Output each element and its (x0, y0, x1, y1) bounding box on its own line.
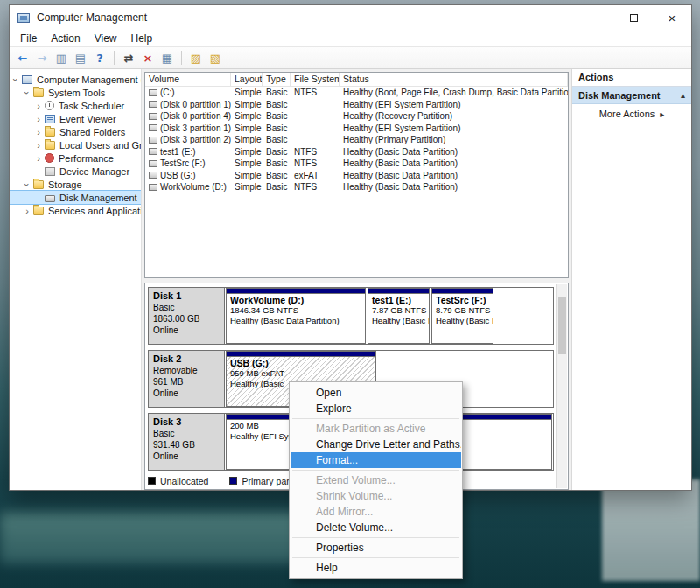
volume-row-disk-3-partition-2[interactable]: (Disk 3 partition 2)SimpleBasicHealthy (… (145, 134, 568, 146)
expander-icon[interactable]: › (34, 102, 43, 110)
expander-icon[interactable]: › (23, 180, 32, 189)
volume-cell: Healthy (Basic Data Partition) (340, 158, 568, 170)
minimize-button[interactable] (576, 5, 614, 30)
volume-row-test1-e[interactable]: test1 (E:)SimpleBasicNTFSHealthy (Basic … (145, 146, 568, 158)
volume-icon (149, 101, 158, 108)
refresh-icon[interactable]: ⇄ (120, 49, 137, 66)
disk-label-disk-2[interactable]: Disk 2Removable961 MBOnline (149, 351, 225, 407)
properties-icon[interactable]: ▦ (158, 49, 176, 66)
menu-item-help[interactable]: Help (290, 560, 461, 576)
menu-item-change-drive-letter-and-paths[interactable]: Change Drive Letter and Paths... (290, 437, 461, 452)
volume-row-c[interactable]: (C:)SimpleBasicNTFSHealthy (Boot, Page F… (145, 87, 568, 99)
back-icon[interactable]: ← (14, 49, 32, 66)
title-bar[interactable]: Computer Management × (10, 5, 691, 30)
menu-view[interactable]: View (88, 31, 124, 46)
volume-row-disk-0-partition-1[interactable]: (Disk 0 partition 1)SimpleBasicHealthy (… (145, 99, 568, 111)
partition-size: 1846.34 GB NTFS (227, 305, 365, 316)
menu-item-delete-volume[interactable]: Delete Volume... (290, 520, 461, 536)
volume-row-testsrc-f[interactable]: TestSrc (F:)SimpleBasicNTFSHealthy (Basi… (145, 158, 568, 170)
tree-item-shared-folders[interactable]: ›Shared Folders (10, 125, 131, 138)
app-icon (18, 13, 30, 23)
tree-item-label: Shared Folders (58, 127, 127, 137)
open-folder-icon[interactable]: ▨ (187, 49, 205, 66)
volume-row-disk-3-partition-1[interactable]: (Disk 3 partition 1)SimpleBasicHealthy (… (145, 122, 568, 135)
volume-cell: Basic (262, 99, 290, 111)
volume-cell: Healthy (Basic Data Partition) (340, 181, 568, 193)
tree-item-local-users-and-groups[interactable]: ›Local Users and Groups (10, 138, 141, 151)
disk-name: Disk 1 (153, 290, 220, 301)
menu-bar: FileActionViewHelp (10, 30, 691, 46)
graph-scrollbar-thumb[interactable] (558, 297, 566, 354)
menu-action[interactable]: Action (44, 31, 87, 46)
partition-test1-e[interactable]: test1 (E:)7.87 GB NTFSHealthy (Basic Dat… (368, 288, 430, 344)
toolbar-separator (114, 51, 115, 65)
menu-item-open[interactable]: Open (290, 385, 461, 401)
volume-row-workvolume-d[interactable]: WorkVolume (D:)SimpleBasicNTFSHealthy (B… (145, 181, 568, 193)
disk-name: Disk 3 (153, 416, 220, 427)
volume-icon (149, 89, 158, 96)
collapse-icon[interactable]: ▴ (681, 90, 685, 100)
volume-cell: Basic (262, 158, 290, 170)
volume-cell: Simple (231, 146, 262, 158)
tree-item-label: Computer Management (Local (35, 74, 141, 85)
volume-cell: Healthy (EFI System Partition) (340, 122, 568, 135)
volume-cell: Basic (262, 110, 290, 122)
column-header-status[interactable]: Status (340, 73, 568, 86)
delete-icon[interactable]: × (139, 49, 157, 66)
partition-workvolume-d[interactable]: WorkVolume (D:)1846.34 GB NTFSHealthy (B… (226, 288, 366, 344)
volume-list-header: VolumeLayoutTypeFile SystemStatus (145, 73, 568, 87)
forward-icon[interactable]: → (33, 49, 51, 66)
menu-help[interactable]: Help (124, 31, 160, 46)
folder-icon (33, 206, 44, 215)
menu-item-properties[interactable]: Properties (290, 540, 461, 556)
volume-row-usb-g[interactable]: USB (G:)SimpleBasicexFATHealthy (Basic D… (145, 170, 568, 182)
close-button[interactable]: × (653, 5, 691, 30)
more-actions[interactable]: More Actions ▸ (572, 104, 691, 123)
tree-item-disk-management[interactable]: Disk Management (10, 191, 141, 204)
volume-cell: Simple (231, 99, 262, 111)
menu-file[interactable]: File (13, 31, 44, 46)
tree-item-services-and-applications[interactable]: ›Services and Applications (10, 204, 141, 217)
graph-scrollbar[interactable] (556, 284, 567, 488)
disk-label-disk-1[interactable]: Disk 1Basic1863.00 GBOnline (149, 288, 225, 344)
tree-item-performance[interactable]: ›Performance (10, 151, 120, 164)
help-icon[interactable]: ? (91, 49, 108, 66)
volume-cell: NTFS (290, 181, 340, 193)
expander-icon[interactable]: › (34, 141, 43, 150)
tree-item-event-viewer[interactable]: ›Event Viewer (10, 112, 122, 125)
volume-row-disk-0-partition-4[interactable]: (Disk 0 partition 4)SimpleBasicHealthy (… (145, 110, 568, 122)
maximize-button[interactable] (614, 5, 653, 30)
wallpaper-rock (602, 480, 700, 581)
column-header-volume[interactable]: Volume (145, 73, 231, 86)
tree-item-system-tools[interactable]: ›System Tools (10, 86, 111, 99)
column-header-file-system[interactable]: File System (290, 73, 340, 86)
expander-icon[interactable]: › (11, 75, 20, 84)
disk-label-disk-3[interactable]: Disk 3Basic931.48 GBOnline (149, 414, 225, 470)
tree-item-label: Device Manager (58, 166, 131, 177)
export-list-icon[interactable]: ▤ (72, 49, 89, 66)
menu-item-format[interactable]: Format... (290, 452, 461, 468)
help-topics-icon[interactable]: ▧ (206, 49, 224, 66)
volume-cell: exFAT (290, 170, 340, 182)
partition-testsrc-f[interactable]: TestSrc (F:)8.79 GB NTFSHealthy (Basic D… (431, 288, 494, 344)
devmgr-icon (45, 167, 55, 176)
partition-title: test1 (E:) (368, 294, 429, 305)
volume-name: WorkVolume (D:) (145, 181, 231, 193)
column-header-layout[interactable]: Layout (231, 73, 262, 86)
tree-item-computer-management-local[interactable]: ›Computer Management (Local (10, 73, 141, 86)
expander-icon[interactable]: › (34, 115, 43, 123)
show-console-tree-icon[interactable]: ▥ (52, 49, 70, 66)
tree-item-label: Services and Applications (46, 206, 141, 216)
event-icon (45, 115, 55, 123)
expander-icon[interactable]: › (34, 128, 43, 136)
tree-item-task-scheduler[interactable]: ›Task Scheduler (10, 99, 130, 112)
menu-item-explore[interactable]: Explore (290, 401, 461, 416)
column-header-type[interactable]: Type (262, 73, 290, 86)
expander-icon[interactable]: › (23, 206, 32, 215)
expander-icon[interactable]: › (23, 88, 32, 97)
tree-item-storage[interactable]: ›Storage (10, 178, 88, 191)
tree-item-device-manager[interactable]: Device Manager (10, 164, 136, 178)
folder-icon (45, 128, 55, 136)
actions-disk-management[interactable]: Disk Management ▴ (572, 87, 691, 104)
expander-icon[interactable]: › (34, 154, 43, 163)
